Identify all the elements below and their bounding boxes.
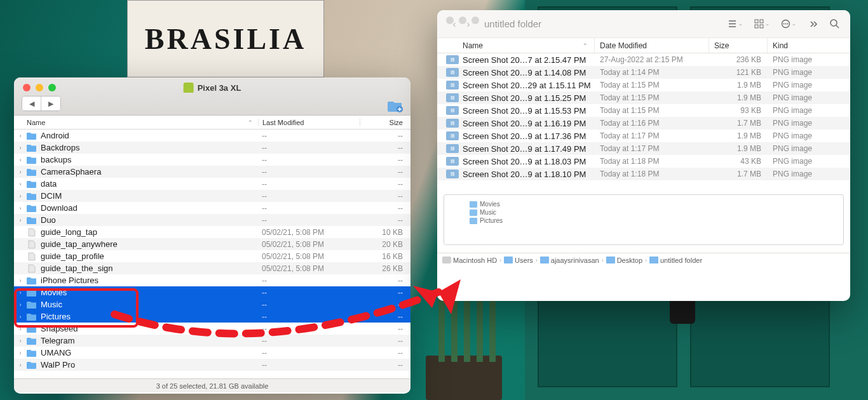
col-modified[interactable]: Date Modified xyxy=(595,38,709,53)
file-row[interactable]: ›Android---- xyxy=(14,130,410,142)
file-row[interactable]: ›Snapseed---- xyxy=(14,323,410,335)
png-icon: ▧ xyxy=(446,157,459,166)
file-row[interactable]: ›Movies---- xyxy=(14,286,410,298)
titlebar[interactable]: ‹ › untitled folder ⌵ ⌵ ⌵ xyxy=(437,10,850,38)
file-row[interactable]: ▧Screen Shot 20…9 at 1.18.10 PMToday at … xyxy=(437,168,850,180)
col-kind[interactable]: Kind xyxy=(768,38,850,53)
file-list[interactable]: ▧Screen Shot 20…7 at 2.15.47 PM27-Aug-20… xyxy=(437,53,850,187)
file-row[interactable]: guide_tap_the_sign05/02/21, 5:08 PM26 KB xyxy=(14,262,410,274)
disclosure-triangle-icon[interactable]: › xyxy=(14,277,27,284)
file-modified: -- xyxy=(258,349,360,357)
titlebar[interactable]: Pixel 3a XL ◀ ▶ xyxy=(14,77,410,116)
disclosure-triangle-icon[interactable]: › xyxy=(14,290,27,296)
file-row[interactable]: ›UMANG---- xyxy=(14,347,410,359)
nav-back-forward[interactable]: ◀ ▶ xyxy=(22,96,61,111)
breadcrumb-separator-icon: › xyxy=(645,257,647,263)
file-row[interactable]: guide_long_tap05/02/21, 5:08 PM10 KB xyxy=(14,226,410,238)
breadcrumb-item[interactable]: Desktop xyxy=(606,257,642,264)
breadcrumb-item[interactable]: untitled folder xyxy=(649,257,702,264)
disclosure-triangle-icon[interactable]: › xyxy=(14,217,27,223)
file-row[interactable]: ▧Screen Shot 20…9 at 1.18.03 PMToday at … xyxy=(437,155,850,168)
disclosure-triangle-icon[interactable]: › xyxy=(14,350,27,356)
file-kind: PNG image xyxy=(768,170,850,178)
file-size: -- xyxy=(360,180,410,189)
zoom-button[interactable] xyxy=(471,17,479,24)
android-file-transfer-window[interactable]: Pixel 3a XL ◀ ▶ Name⌃ Last Modified Size… xyxy=(14,77,410,394)
file-row[interactable]: ▧Screen Shot 20…9 at 1.16.19 PMToday at … xyxy=(437,117,850,130)
file-row[interactable]: guide_tap_anywhere05/02/21, 5:08 PM20 KB xyxy=(14,238,410,250)
close-button[interactable] xyxy=(23,84,31,91)
drag-drop-preview[interactable]: MoviesMusicPictures xyxy=(444,194,844,245)
search-button[interactable] xyxy=(827,18,843,29)
file-row[interactable]: ›Download---- xyxy=(14,202,410,214)
file-row[interactable]: ▧Screen Shot 20…7 at 2.15.47 PM27-Aug-20… xyxy=(437,53,850,66)
disclosure-triangle-icon[interactable]: › xyxy=(14,193,27,199)
file-row[interactable]: ▧Screen Shot 20…9 at 1.15.25 PMToday at … xyxy=(437,91,850,104)
col-size[interactable]: Size xyxy=(360,119,410,126)
file-modified: Today at 1:18 PM xyxy=(595,157,709,166)
file-row[interactable]: ›Pictures---- xyxy=(14,310,410,323)
new-folder-button[interactable] xyxy=(388,100,403,112)
col-name[interactable]: Name xyxy=(27,119,45,126)
column-headers[interactable]: Name⌃ Date Modified Size Kind xyxy=(437,38,850,53)
overflow-button[interactable] xyxy=(804,18,820,29)
path-bar[interactable]: Macintosh HD›Users›ajaaysrinivasan›Deskt… xyxy=(437,253,850,267)
file-row[interactable]: ▧Screen Shot 20…9 at 1.17.49 PMToday at … xyxy=(437,142,850,155)
col-name[interactable]: Name xyxy=(463,41,483,50)
file-row[interactable]: ›DCIM---- xyxy=(14,190,410,202)
file-row[interactable]: ▧Screen Shot 20…9 at 1.17.36 PMToday at … xyxy=(437,130,850,142)
file-row[interactable]: ›data---- xyxy=(14,178,410,190)
file-size: -- xyxy=(360,204,410,213)
file-row[interactable]: ›iPhone Pictures---- xyxy=(14,274,410,286)
minimize-button[interactable] xyxy=(36,84,43,91)
file-kind: PNG image xyxy=(768,81,850,90)
file-size: 1.7 MB xyxy=(709,170,768,178)
svg-rect-4 xyxy=(760,25,763,28)
file-row[interactable]: guide_tap_profile05/02/21, 5:08 PM16 KB xyxy=(14,250,410,262)
breadcrumb-item[interactable]: Users xyxy=(504,257,533,264)
file-row[interactable]: ›Duo---- xyxy=(14,214,410,226)
disclosure-triangle-icon[interactable]: › xyxy=(14,302,27,308)
finder-window[interactable]: ‹ › untitled folder ⌵ ⌵ ⌵ Name⌃ Date Mod… xyxy=(437,10,850,301)
breadcrumb-label: Desktop xyxy=(617,257,642,264)
disclosure-triangle-icon[interactable]: › xyxy=(14,362,27,368)
file-row[interactable]: ▧Screen Shot 20…29 at 1.15.11 PMToday at… xyxy=(437,79,850,91)
file-row[interactable]: ›WalP Pro---- xyxy=(14,359,410,371)
file-size: 43 KB xyxy=(709,157,768,166)
breadcrumb-item[interactable]: Macintosh HD xyxy=(442,257,497,264)
view-list-button[interactable]: ⌵ xyxy=(724,18,745,29)
file-row[interactable]: ›CameraSphaera---- xyxy=(14,166,410,178)
disclosure-triangle-icon[interactable]: › xyxy=(14,326,27,332)
close-button[interactable] xyxy=(446,17,454,24)
forward-button[interactable]: ▶ xyxy=(41,97,60,110)
folder-icon xyxy=(470,218,477,224)
disclosure-triangle-icon[interactable]: › xyxy=(14,205,27,211)
disclosure-triangle-icon[interactable]: › xyxy=(14,157,27,163)
file-row[interactable]: ›Backdrops---- xyxy=(14,142,410,154)
back-button[interactable]: ◀ xyxy=(22,97,41,110)
file-row[interactable]: ›Music---- xyxy=(14,298,410,310)
disclosure-triangle-icon[interactable]: › xyxy=(14,133,27,139)
disclosure-triangle-icon[interactable]: › xyxy=(14,338,27,344)
column-headers[interactable]: Name⌃ Last Modified Size xyxy=(14,116,410,130)
breadcrumb-separator-icon: › xyxy=(602,257,604,263)
file-name: UMANG xyxy=(41,348,258,357)
col-size[interactable]: Size xyxy=(709,38,768,53)
col-modified[interactable]: Last Modified xyxy=(258,119,360,126)
action-menu-button[interactable]: ⌵ xyxy=(778,18,798,29)
file-row[interactable]: ›backups---- xyxy=(14,154,410,166)
disclosure-triangle-icon[interactable]: › xyxy=(14,145,27,151)
file-row[interactable]: ▧Screen Shot 20…9 at 1.15.53 PMToday at … xyxy=(437,104,850,117)
file-modified: Today at 1:18 PM xyxy=(595,170,709,178)
file-row[interactable]: ▧Screen Shot 20…9 at 1.14.08 PMToday at … xyxy=(437,66,850,79)
disclosure-triangle-icon[interactable]: › xyxy=(14,314,27,320)
zoom-button[interactable] xyxy=(48,84,56,91)
view-grid-button[interactable]: ⌵ xyxy=(751,18,771,29)
minimize-button[interactable] xyxy=(459,17,466,24)
file-row[interactable]: ›Telegram---- xyxy=(14,335,410,347)
file-size: 1.9 MB xyxy=(709,81,768,90)
file-list[interactable]: ›Android----›Backdrops----›backups----›C… xyxy=(14,130,410,378)
disclosure-triangle-icon[interactable]: › xyxy=(14,169,27,175)
disclosure-triangle-icon[interactable]: › xyxy=(14,181,27,187)
breadcrumb-item[interactable]: ajaaysrinivasan xyxy=(540,257,599,264)
